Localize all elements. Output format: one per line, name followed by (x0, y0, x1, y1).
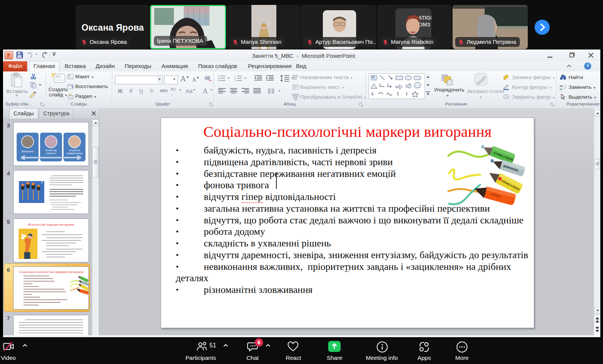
svg-text:Вторинна: Вторинна (69, 149, 80, 152)
svg-text:Вигорання: Вигорання (22, 150, 34, 153)
svg-text:A: A (296, 74, 299, 78)
svg-text:Фізіологічні маркери вигорання: Фізіологічні маркери вигорання (28, 223, 74, 226)
svg-text:3: 3 (234, 80, 236, 82)
svg-text:травматизація: травматизація (66, 152, 83, 155)
svg-text:співчуття: співчуття (46, 152, 56, 155)
svg-text:Втома від: Втома від (45, 149, 56, 152)
svg-text:Соціально-психологічні маркери: Соціально-психологічні маркери вигорання (19, 270, 84, 274)
svg-text:ac: ac (560, 87, 563, 90)
svg-text:АБ: АБ (206, 76, 210, 80)
svg-text:ATIGI: ATIGI (418, 15, 431, 21)
